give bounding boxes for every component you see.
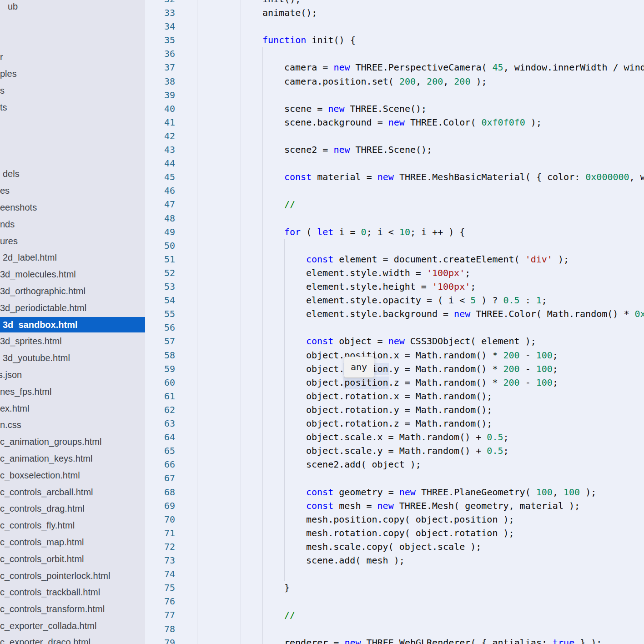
line-number[interactable]: 78 — [145, 622, 175, 636]
file-tree-item[interactable]: c_controls_map.html — [0, 534, 84, 550]
line-number[interactable]: 65 — [145, 444, 175, 458]
line-number[interactable]: 52 — [145, 266, 175, 280]
line-number[interactable]: 68 — [145, 485, 175, 499]
file-tree-item[interactable]: 3d_youtube.html — [3, 350, 70, 366]
code-line[interactable]: 55element.style.background = new THREE.C… — [145, 307, 644, 321]
file-tree-item[interactable]: s.json — [0, 367, 22, 383]
file-tree-item[interactable]: eenshots — [0, 199, 37, 216]
line-number[interactable]: 40 — [145, 102, 175, 116]
code-line[interactable]: 49for ( let i = 0; i < 10; i ++ ) { — [145, 225, 644, 239]
code-line[interactable]: 43scene2 = new THREE.Scene(); — [145, 143, 644, 156]
file-tree-item[interactable]: 3d_sandbox.html — [3, 317, 77, 333]
line-number[interactable]: 69 — [145, 499, 175, 513]
code-line[interactable]: 79renderer = new THREE.WebGLRenderer( { … — [145, 636, 644, 644]
code-line[interactable]: 74 — [145, 567, 644, 581]
file-tree-item[interactable]: c_exporter_collada.html — [0, 618, 96, 634]
code-line[interactable]: 40scene = new THREE.Scene(); — [145, 102, 644, 116]
code-line[interactable]: 73scene.add( mesh ); — [145, 553, 644, 567]
line-number[interactable]: 66 — [145, 458, 175, 471]
code-line[interactable]: 77// — [145, 608, 644, 622]
line-number[interactable]: 32 — [145, 0, 175, 6]
code-line[interactable]: 68const geometry = new THREE.PlaneGeomet… — [145, 485, 644, 499]
line-number[interactable]: 79 — [145, 636, 175, 644]
code-line[interactable]: 45const material = new THREE.MeshBasicMa… — [145, 170, 644, 184]
line-number[interactable]: 71 — [145, 526, 175, 540]
line-number[interactable]: 43 — [145, 143, 175, 156]
code-line[interactable]: 41scene.background = new THREE.Color( 0x… — [145, 116, 644, 129]
file-tree-item[interactable]: c_controls_arcball.html — [0, 484, 93, 500]
line-number[interactable]: 63 — [145, 417, 175, 430]
code-line[interactable]: 59object.position.y = Math.random() * 20… — [145, 362, 644, 376]
line-number[interactable]: 74 — [145, 567, 175, 581]
file-tree-item[interactable]: ex.html — [0, 400, 29, 417]
code-line[interactable]: 72mesh.scale.copy( object.scale ); — [145, 540, 644, 553]
line-number[interactable]: 75 — [145, 581, 175, 594]
file-tree-item[interactable]: ub — [8, 0, 18, 15]
line-number[interactable]: 77 — [145, 608, 175, 622]
file-tree-item[interactable]: s — [0, 82, 5, 99]
file-tree-item[interactable]: c_controls_orbit.html — [0, 551, 84, 567]
code-line[interactable]: 42 — [145, 129, 644, 143]
code-line[interactable]: 34 — [145, 20, 644, 33]
file-tree-item[interactable]: 2d_label.html — [3, 249, 57, 266]
code-line[interactable]: 64object.scale.x = Math.random() + 0.5; — [145, 430, 644, 444]
code-line[interactable]: 75} — [145, 581, 644, 594]
code-line[interactable]: 56 — [145, 321, 644, 334]
line-number[interactable]: 51 — [145, 252, 175, 266]
line-number[interactable]: 72 — [145, 540, 175, 553]
line-number[interactable]: 58 — [145, 348, 175, 362]
file-tree-item[interactable]: 3d_orthographic.html — [0, 283, 86, 299]
line-number[interactable]: 48 — [145, 211, 175, 225]
line-number[interactable]: 45 — [145, 170, 175, 184]
code-line[interactable]: 46 — [145, 184, 644, 197]
file-tree-item[interactable]: c_animation_groups.html — [0, 433, 101, 450]
code-line[interactable]: 38camera.position.set( 200, 200, 200 ); — [145, 75, 644, 88]
file-tree-item[interactable]: 3d_molecules.html — [0, 266, 76, 282]
line-number[interactable]: 64 — [145, 430, 175, 444]
code-line[interactable]: 61object.rotation.x = Math.random(); — [145, 389, 644, 403]
code-line[interactable]: 60object.position.z = Math.random() * 20… — [145, 376, 644, 389]
line-number[interactable]: 70 — [145, 513, 175, 526]
file-tree-item[interactable]: nes_fps.html — [0, 383, 51, 400]
line-number[interactable]: 38 — [145, 75, 175, 88]
line-number[interactable]: 46 — [145, 184, 175, 197]
code-line[interactable]: 66scene2.add( object ); — [145, 458, 644, 471]
line-number[interactable]: 35 — [145, 33, 175, 47]
line-number[interactable]: 55 — [145, 307, 175, 321]
line-number[interactable]: 53 — [145, 280, 175, 293]
file-tree-item[interactable]: c_controls_fly.html — [0, 517, 75, 533]
code-line[interactable]: 71mesh.rotation.copy( object.rotation ); — [145, 526, 644, 540]
code-line[interactable]: 62object.rotation.y = Math.random(); — [145, 403, 644, 417]
line-number[interactable]: 37 — [145, 60, 175, 74]
file-tree-item[interactable]: 3d_sprites.html — [0, 333, 62, 349]
code-line[interactable]: 32init(); — [145, 0, 644, 6]
line-number[interactable]: 56 — [145, 321, 175, 334]
file-tree-item[interactable]: c_animation_keys.html — [0, 450, 92, 467]
code-line[interactable]: 33animate(); — [145, 6, 644, 20]
file-tree-item[interactable]: dels — [3, 166, 20, 182]
file-tree-item[interactable]: c_exporter_draco.html — [0, 634, 91, 644]
line-number[interactable]: 36 — [145, 47, 175, 60]
file-tree-item[interactable]: 3d_periodictable.html — [0, 300, 86, 316]
code-line[interactable]: 70mesh.position.copy( object.position ); — [145, 513, 644, 526]
line-number[interactable]: 62 — [145, 403, 175, 417]
line-number[interactable]: 60 — [145, 376, 175, 389]
code-line[interactable]: 67 — [145, 471, 644, 485]
code-line[interactable]: 53element.style.height = '100px'; — [145, 280, 644, 293]
code-line[interactable]: 76 — [145, 594, 644, 608]
line-number[interactable]: 57 — [145, 334, 175, 348]
code-line[interactable]: 36 — [145, 47, 644, 60]
line-number[interactable]: 34 — [145, 20, 175, 33]
code-line[interactable]: 63object.rotation.z = Math.random(); — [145, 417, 644, 430]
code-line[interactable]: 65object.scale.y = Math.random() + 0.5; — [145, 444, 644, 458]
line-number[interactable]: 61 — [145, 389, 175, 403]
line-number[interactable]: 33 — [145, 6, 175, 20]
code-line[interactable]: 52element.style.width = '100px'; — [145, 266, 644, 280]
code-line[interactable]: 58object.position.x = Math.random() * 20… — [145, 348, 644, 362]
code-line[interactable]: 35function init() { — [145, 33, 644, 47]
file-tree-item[interactable]: c_controls_drag.html — [0, 500, 85, 517]
line-number[interactable]: 54 — [145, 293, 175, 307]
line-number[interactable]: 44 — [145, 156, 175, 170]
line-number[interactable]: 67 — [145, 471, 175, 485]
code-editor[interactable]: 32init();33animate();3435function init()… — [145, 0, 644, 644]
